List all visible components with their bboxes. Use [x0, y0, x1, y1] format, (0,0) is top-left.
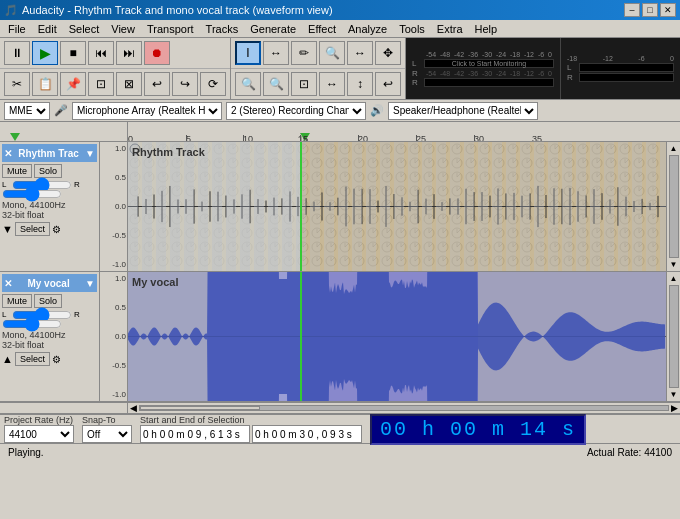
- paste-button[interactable]: 📌: [60, 72, 86, 96]
- vocal-track-controls: ✕ My vocal ▼ Mute Solo L R Mono, 44100Hz…: [0, 272, 100, 401]
- record-button[interactable]: ⏺: [144, 41, 170, 65]
- menu-select[interactable]: Select: [63, 20, 106, 37]
- skip-start-button[interactable]: ⏮: [88, 41, 114, 65]
- rhythm-track-name: Rhythm Trac: [18, 148, 79, 159]
- menu-extra[interactable]: Extra: [431, 20, 469, 37]
- selection-tool[interactable]: I: [235, 41, 261, 65]
- timeline-start-arrow: [10, 133, 20, 141]
- menu-view[interactable]: View: [105, 20, 141, 37]
- host-select[interactable]: MME: [4, 102, 50, 120]
- snap-to-label: Snap-To: [82, 415, 132, 425]
- rhythm-track-dropdown[interactable]: ▼: [85, 148, 95, 159]
- draw-tool[interactable]: ✏: [291, 41, 317, 65]
- redo-button[interactable]: ↪: [172, 72, 198, 96]
- rhythm-track-close[interactable]: ✕: [4, 148, 12, 159]
- silence-button[interactable]: ⊠: [116, 72, 142, 96]
- vocal-select-button[interactable]: Select: [15, 352, 50, 366]
- rhythm-waveform[interactable]: Rhythm Track: [128, 142, 666, 271]
- titlebar-controls: – □ ✕: [624, 3, 676, 17]
- menubar: File Edit Select View Transport Tracks G…: [0, 20, 680, 38]
- statusbar: Project Rate (Hz) 44100 Snap-To Off Star…: [0, 414, 680, 461]
- pause-button[interactable]: ⏸: [4, 41, 30, 65]
- mic-icon: 🎤: [54, 104, 68, 117]
- menu-help[interactable]: Help: [469, 20, 504, 37]
- vocal-track: ✕ My vocal ▼ Mute Solo L R Mono, 44100Hz…: [0, 272, 680, 402]
- snap-to-select[interactable]: Off: [82, 425, 132, 443]
- zoom-in-button[interactable]: 🔍: [235, 72, 261, 96]
- zoom-sel-button[interactable]: ⊡: [291, 72, 317, 96]
- close-button[interactable]: ✕: [660, 3, 676, 17]
- tracks-area: ✕ Rhythm Trac ▼ Mute Solo L R Mono, 4410…: [0, 142, 680, 402]
- rhythm-track-info: Mono, 44100Hz 32-bit float: [2, 200, 97, 220]
- titlebar-title: 🎵 Audacity - Rhythm Track and mono vocal…: [4, 4, 333, 17]
- vocal-track-label: My vocal: [132, 276, 178, 288]
- vocal-pan-slider[interactable]: [2, 320, 62, 328]
- minimize-button[interactable]: –: [624, 3, 640, 17]
- rhythm-y-axis: 1.0 0.5 0.0 -0.5 -1.0: [100, 142, 128, 271]
- menu-generate[interactable]: Generate: [244, 20, 302, 37]
- menu-effect[interactable]: Effect: [302, 20, 342, 37]
- project-rate-group: Project Rate (Hz) 44100: [4, 415, 74, 443]
- copy-button[interactable]: 📋: [32, 72, 58, 96]
- menu-transport[interactable]: Transport: [141, 20, 200, 37]
- rhythm-select-button[interactable]: Select: [15, 222, 50, 236]
- mic-device-select[interactable]: Microphone Array (Realtek High: [72, 102, 222, 120]
- zoom-tool[interactable]: 🔍: [319, 41, 345, 65]
- h-scrollbar[interactable]: ◀ ▶: [0, 402, 680, 414]
- rhythm-settings-icon[interactable]: ⚙: [52, 224, 61, 235]
- zoom-fit-v-button[interactable]: ↕: [347, 72, 373, 96]
- sel-start-input[interactable]: [140, 425, 250, 443]
- undo-button[interactable]: ↩: [144, 72, 170, 96]
- speaker-select[interactable]: Speaker/Headphone (Realtek High: [388, 102, 538, 120]
- vocal-track-name: My vocal: [27, 278, 69, 289]
- vu-meter-section: -54 -48 -42 -36 -30 -24 -18 -12 -6 0 L C…: [406, 38, 560, 99]
- vocal-playhead: [300, 272, 302, 401]
- menu-tracks[interactable]: Tracks: [200, 20, 245, 37]
- maximize-button[interactable]: □: [642, 3, 658, 17]
- cut-button[interactable]: ✂: [4, 72, 30, 96]
- rhythm-playhead: [300, 142, 302, 271]
- trim-button[interactable]: ⊡: [88, 72, 114, 96]
- rhythm-track-controls: ✕ Rhythm Trac ▼ Mute Solo L R Mono, 4410…: [0, 142, 100, 271]
- window-title: Audacity - Rhythm Track and mono vocal t…: [22, 4, 333, 16]
- menu-file[interactable]: File: [2, 20, 32, 37]
- sel-end-input[interactable]: [252, 425, 362, 443]
- selection-label: Start and End of Selection: [140, 415, 362, 425]
- menu-analyze[interactable]: Analyze: [342, 20, 393, 37]
- monitoring-text[interactable]: Click to Start Monitoring: [452, 60, 526, 67]
- sync-button[interactable]: ⟳: [200, 72, 226, 96]
- zoom-fit-button[interactable]: ↔: [319, 72, 345, 96]
- snap-to-group: Snap-To Off: [82, 415, 132, 443]
- menu-tools[interactable]: Tools: [393, 20, 431, 37]
- timeline-ruler: 0 5 10 15 20 25 30 35: [0, 122, 680, 142]
- menu-edit[interactable]: Edit: [32, 20, 63, 37]
- project-rate-select[interactable]: 44100: [4, 425, 74, 443]
- speaker-icon: 🔊: [370, 104, 384, 117]
- channels-select[interactable]: 2 (Stereo) Recording Chann: [226, 102, 366, 120]
- zoom-out-button[interactable]: 🔍: [263, 72, 289, 96]
- skip-end-button[interactable]: ⏭: [116, 41, 142, 65]
- vocal-track-dropdown[interactable]: ▼: [85, 278, 95, 289]
- rhythm-r-label: R: [74, 180, 82, 189]
- h-scrollbar-thumb[interactable]: [140, 406, 260, 410]
- envelope-tool[interactable]: ↔: [263, 41, 289, 65]
- vocal-scrollbar-v[interactable]: ▲ ▼: [666, 272, 680, 401]
- rhythm-scrollbar-v[interactable]: ▲ ▼: [666, 142, 680, 271]
- play-button[interactable]: ▶: [32, 41, 58, 65]
- vocal-waveform[interactable]: My vocal: [128, 272, 666, 401]
- rhythm-track: ✕ Rhythm Trac ▼ Mute Solo L R Mono, 4410…: [0, 142, 680, 272]
- rhythm-pan-slider[interactable]: [2, 190, 62, 198]
- vocal-settings-icon[interactable]: ⚙: [52, 354, 61, 365]
- vocal-track-close[interactable]: ✕: [4, 278, 12, 289]
- multi-tool[interactable]: ✥: [375, 41, 401, 65]
- h-scrollbar-track[interactable]: [139, 405, 669, 411]
- timeshift-tool[interactable]: ↔: [347, 41, 373, 65]
- vocal-r-label: R: [74, 310, 82, 319]
- rhythm-collapse-btn[interactable]: ▼: [2, 223, 13, 235]
- undo-zoom-button[interactable]: ↩: [375, 72, 401, 96]
- vocal-track-info: Mono, 44100Hz 32-bit float: [2, 330, 97, 350]
- vocal-collapse-btn[interactable]: ▲: [2, 353, 13, 365]
- vocal-y-axis: 1.0 0.5 0.0 -0.5 -1.0: [100, 272, 128, 401]
- stop-button[interactable]: ■: [60, 41, 86, 65]
- vocal-track-titlebar: ✕ My vocal ▼: [2, 274, 97, 292]
